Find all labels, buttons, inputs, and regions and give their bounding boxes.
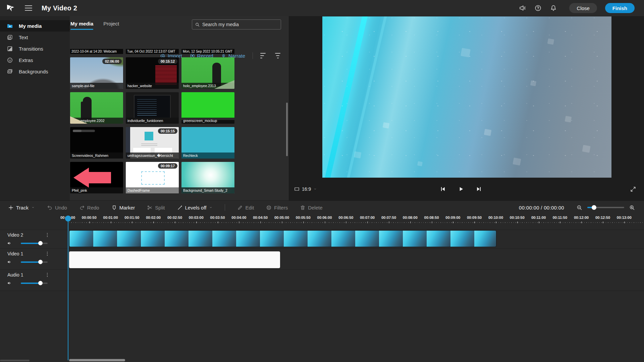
timeline-horizontal-scrollbar[interactable]	[69, 359, 125, 361]
sidebar: My media Text Transitions Extras Backgro…	[0, 16, 70, 200]
speaker-icon[interactable]	[7, 241, 12, 246]
sidebar-item-label: Backgrounds	[19, 69, 48, 74]
media-item-sample-avi-file[interactable]: 02:06:00 sample-avi-file	[70, 57, 123, 89]
volume-slider[interactable]	[21, 241, 48, 245]
video-preview[interactable]	[322, 16, 611, 178]
ruler-label: 00:08:50	[424, 216, 439, 220]
timeline-zoom-slider[interactable]	[587, 205, 624, 210]
zoom-out-icon[interactable]	[576, 204, 583, 211]
ruler-label: 00:07:50	[381, 216, 396, 220]
plus-icon	[8, 205, 14, 210]
track-header-scrollbar[interactable]	[0, 360, 30, 361]
row-divider	[0, 230, 644, 230]
search-input[interactable]	[202, 22, 278, 27]
media-item-pfeil-pink[interactable]: Pfeil_pink	[70, 162, 123, 193]
media-scrollbar[interactable]	[286, 103, 288, 156]
media-item-greenscreen-mockup[interactable]: greenscreen_mockup	[181, 92, 234, 124]
volume-knob[interactable]	[38, 281, 43, 285]
volume-knob[interactable]	[38, 241, 43, 245]
help-icon[interactable]	[534, 4, 542, 12]
duration-badge: 00:15:12	[158, 59, 177, 64]
volume-slider[interactable]	[21, 260, 48, 264]
playhead-handle[interactable]	[65, 216, 71, 222]
duration-badge: 00:09:17	[158, 163, 177, 169]
timeline-toolbar-left: Track Undo Redo Marker	[0, 204, 323, 211]
filters-icon	[266, 205, 272, 210]
ruler-label: 00:01:50	[124, 216, 139, 220]
delete-button[interactable]: Delete	[300, 205, 322, 210]
ruler-label: 00:06:00	[317, 216, 332, 220]
play-button[interactable]	[458, 186, 464, 192]
undo-button[interactable]: Undo	[47, 205, 67, 210]
track-menu-icon[interactable]	[45, 272, 50, 278]
timeline-ruler[interactable]: 00:00:0000:00:5000:01:0000:01:5000:02:00…	[0, 214, 644, 226]
filters-label: Filters	[274, 205, 288, 210]
video-editor-app: My Video 2 Close Finish My media	[0, 0, 644, 362]
fullscreen-icon[interactable]	[630, 186, 636, 192]
app-logo-icon[interactable]	[5, 3, 15, 13]
sidebar-item-extras[interactable]: Extras	[0, 54, 70, 66]
media-item-holo-employee-2202[interactable]: holo_employee.2202	[70, 92, 123, 124]
media-item-screenvideos-rahmen[interactable]: Screenvideos_Rahmen	[70, 127, 123, 159]
volume-slider[interactable]	[21, 281, 48, 285]
sidebar-item-transitions[interactable]: Transitions	[0, 43, 70, 54]
media-filename: Rechteck	[181, 153, 234, 159]
sidebar-item-label: Text	[19, 35, 28, 40]
tab-project[interactable]: Project	[103, 19, 119, 30]
chevron-down-icon	[31, 206, 35, 209]
media-item-hacker-website[interactable]: 00:15:12 hacker_website	[126, 57, 179, 89]
redo-button[interactable]: Redo	[79, 205, 99, 210]
media-filename: holo_employee.2313	[181, 83, 234, 89]
media-item-rechteck[interactable]: Rechteck	[181, 127, 234, 159]
finish-button[interactable]: Finish	[605, 3, 635, 13]
edit-button[interactable]: Edit	[237, 205, 254, 210]
announcements-icon[interactable]	[519, 4, 526, 12]
track-header-audio-1: Audio 1	[0, 270, 69, 291]
sort-icon[interactable]	[260, 53, 267, 58]
notifications-icon[interactable]	[550, 4, 557, 12]
track-header-video-2: Video 2	[0, 230, 69, 248]
slider-knob[interactable]	[592, 205, 596, 210]
add-track-button[interactable]: Track	[8, 205, 35, 210]
marker-button[interactable]: Marker	[111, 205, 135, 210]
timeline-clip-video-1[interactable]	[69, 251, 280, 268]
divider	[253, 52, 253, 59]
levels-button[interactable]: Levels off	[177, 205, 213, 210]
track-name: Video 1	[7, 251, 23, 256]
redo-icon	[79, 205, 85, 210]
filters-button[interactable]: Filters	[266, 205, 288, 210]
track-menu-icon[interactable]	[45, 251, 50, 256]
skip-start-button[interactable]	[439, 186, 446, 192]
close-button[interactable]: Close	[569, 3, 597, 13]
transitions-icon	[7, 46, 13, 52]
sidebar-item-label: My media	[19, 23, 42, 29]
speaker-icon[interactable]	[7, 281, 12, 286]
tab-my-media[interactable]: My media	[70, 19, 93, 30]
split-button[interactable]: Split	[147, 205, 165, 210]
timeline-clip-video-2[interactable]	[69, 230, 496, 247]
scissors-icon	[147, 205, 153, 210]
track-label: Track	[16, 205, 29, 210]
speaker-icon[interactable]	[7, 259, 12, 264]
track-menu-icon[interactable]	[45, 232, 50, 238]
media-item-dashedframe[interactable]: 00:09:17 DashedFrame	[126, 162, 179, 193]
sidebar-item-text[interactable]: Text	[0, 32, 70, 43]
media-filename: Background_Smart-Study_2	[181, 187, 234, 193]
skip-end-button[interactable]	[476, 186, 482, 192]
sidebar-item-backgrounds[interactable]: Backgrounds	[0, 66, 70, 77]
filter-icon[interactable]	[274, 53, 281, 58]
ruler-label: 00:09:50	[467, 216, 482, 220]
media-item-umfragezuweisung[interactable]: 00:15:15 umfragezuweisun_�bersicht	[126, 127, 179, 159]
media-item-individuelle-funktionen[interactable]: individuelle_funktionen	[126, 92, 179, 124]
volume-knob[interactable]	[38, 260, 43, 264]
menu-icon[interactable]	[25, 5, 32, 11]
ruler-label: 00:13:00	[617, 216, 632, 220]
track-name: Audio 1	[7, 272, 23, 278]
media-item-background-smart-study[interactable]: Background_Smart-Study_2	[181, 162, 234, 193]
search-icon	[195, 22, 200, 27]
search-box[interactable]	[192, 19, 281, 29]
aspect-ratio-button[interactable]: 16:9	[294, 186, 317, 192]
sidebar-item-my-media[interactable]: My media	[0, 20, 70, 32]
media-item-holo-employee-2313[interactable]: holo_employee.2313	[181, 57, 234, 89]
zoom-in-icon[interactable]	[629, 204, 635, 211]
